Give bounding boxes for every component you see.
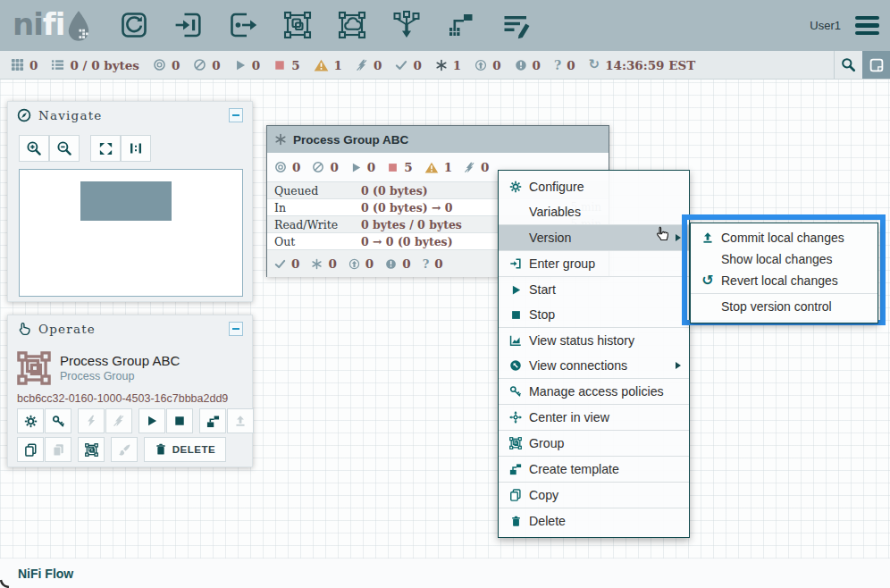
selected-component-type: Process Group: [60, 370, 134, 382]
refresh-icon[interactable]: ↻: [589, 58, 600, 71]
start-button[interactable]: [139, 408, 165, 433]
zoom-in-button[interactable]: [19, 135, 49, 162]
operate-collapse-button[interactable]: [229, 322, 243, 336]
invalid-stat: 1: [424, 160, 452, 174]
start-icon: [506, 284, 525, 296]
process-group-header: Process Group ABC: [267, 126, 609, 153]
menu-item-stop[interactable]: Stop: [499, 302, 689, 327]
disable-button[interactable]: [105, 408, 132, 433]
bulletin-board-button[interactable]: [862, 51, 890, 79]
disabled-stat: 0: [356, 58, 382, 72]
up-to-date-stat: 0: [395, 58, 421, 72]
zoom-actual-size-button[interactable]: [121, 135, 151, 162]
group-button[interactable]: [78, 437, 105, 462]
trash-icon: [155, 443, 167, 456]
connections-icon: [506, 359, 525, 372]
disabled-stat: 0: [464, 160, 489, 174]
navigate-collapse-button[interactable]: [229, 108, 243, 122]
delete-button[interactable]: DELETE: [144, 437, 226, 462]
output-port-icon[interactable]: [228, 10, 258, 40]
menu-item-center-in-view[interactable]: Center in view: [499, 405, 689, 430]
locally-modified-stat: 0: [311, 256, 336, 271]
breadcrumb-nifi-flow[interactable]: NiFi Flow: [18, 567, 73, 581]
menu-item-enter-group[interactable]: Enter group: [499, 251, 689, 276]
logo-text: nifi: [13, 7, 64, 41]
funnel-icon[interactable]: [391, 10, 422, 40]
corner-mark: [0, 575, 13, 588]
configure-button[interactable]: [17, 408, 44, 433]
menu-item-revert-local-changes[interactable]: ↺Revert local changes: [691, 270, 877, 291]
version-submenu: Commit local changes Show local changes …: [690, 223, 878, 323]
birdseye-minimap[interactable]: [19, 169, 243, 297]
search-button[interactable]: [834, 51, 862, 79]
navigate-panel: Navigate: [7, 101, 253, 302]
template-icon: [506, 463, 525, 475]
menu-item-view-status-history[interactable]: View status history: [499, 328, 689, 353]
menu-item-view-connections[interactable]: View connections: [499, 353, 689, 378]
minimap-component: [80, 181, 172, 221]
not-transmitting-stat: 0: [312, 160, 338, 174]
active-threads-stat: 0: [11, 58, 38, 72]
locally-modified-stat: 1: [435, 58, 461, 72]
last-refreshed-time: 14:36:59 EST: [605, 58, 695, 72]
zoom-fit-button[interactable]: [90, 135, 121, 162]
menu-item-copy[interactable]: Copy: [499, 483, 689, 508]
menu-item-commit-local-changes[interactable]: Commit local changes: [691, 227, 877, 248]
menu-item-configure[interactable]: Configure: [499, 174, 689, 199]
navigate-panel-title: Navigate: [38, 108, 222, 122]
not-transmitting-stat: 0: [193, 58, 220, 72]
process-group-title: Process Group ABC: [293, 133, 408, 147]
nifi-droplet-icon: [66, 9, 91, 43]
locally-modified-icon: [274, 133, 287, 146]
change-color-button[interactable]: [111, 437, 138, 462]
menu-item-group[interactable]: Group: [499, 431, 689, 456]
paste-button[interactable]: [45, 437, 71, 462]
access-policies-button[interactable]: [45, 408, 71, 433]
menu-item-show-local-changes[interactable]: Show local changes: [691, 248, 877, 270]
stop-button[interactable]: [166, 408, 193, 433]
processor-icon[interactable]: [119, 10, 149, 40]
operate-panel: Operate Process Group ABC Process Group …: [7, 315, 253, 467]
trash-icon: [506, 516, 525, 527]
stale-stat: 0: [474, 58, 500, 72]
current-user: User1: [810, 19, 841, 32]
process-group-icon[interactable]: [282, 10, 313, 40]
menu-item-variables[interactable]: Variables: [499, 199, 689, 224]
menu-item-stop-version-control[interactable]: Stop version control: [691, 296, 877, 317]
gear-icon: [506, 181, 525, 193]
copy-button[interactable]: [17, 437, 44, 462]
menu-item-start[interactable]: Start: [499, 277, 689, 302]
queued-stat: 0 / 0 bytes: [51, 58, 139, 72]
context-menu: Configure Variables Version Enter group …: [498, 170, 690, 538]
remote-process-group-icon[interactable]: [337, 10, 367, 40]
operate-hand-icon: [17, 322, 31, 336]
stale-stat: 0: [348, 256, 374, 271]
transmitting-stat: 0: [274, 160, 300, 174]
compass-icon: [17, 108, 31, 122]
selected-component-icon: [17, 351, 51, 385]
key-icon: [506, 385, 525, 398]
create-template-button[interactable]: [199, 408, 226, 433]
menu-item-manage-access-policies[interactable]: Manage access policies: [499, 379, 689, 404]
up-to-date-stat: 0: [274, 256, 299, 271]
component-toolbar: [119, 10, 531, 40]
transmitting-stat: 0: [153, 58, 180, 72]
status-history-icon: [506, 334, 525, 347]
zoom-out-button[interactable]: [49, 135, 80, 162]
status-bar: 0 0 / 0 bytes 0 0 0 5 1 0 0 1 0 0 ?0 ↻14…: [0, 51, 890, 80]
nifi-logo: nifi: [13, 7, 91, 43]
upload-template-button[interactable]: [227, 408, 254, 433]
template-icon[interactable]: [446, 10, 476, 40]
input-port-icon[interactable]: [173, 10, 204, 40]
label-icon[interactable]: [500, 10, 531, 40]
locally-modified-stale-stat: 0: [385, 256, 410, 271]
submenu-arrow-icon: [676, 234, 681, 241]
app-header: nifi User1: [0, 0, 890, 51]
upload-icon: [698, 231, 718, 244]
menu-item-create-template[interactable]: Create template: [499, 457, 689, 482]
breadcrumb: NiFi Flow: [0, 559, 890, 588]
enable-button[interactable]: [78, 408, 105, 433]
menu-item-delete[interactable]: Delete: [499, 508, 689, 533]
global-menu-icon[interactable]: [855, 16, 879, 36]
menu-item-version[interactable]: Version: [499, 225, 689, 250]
